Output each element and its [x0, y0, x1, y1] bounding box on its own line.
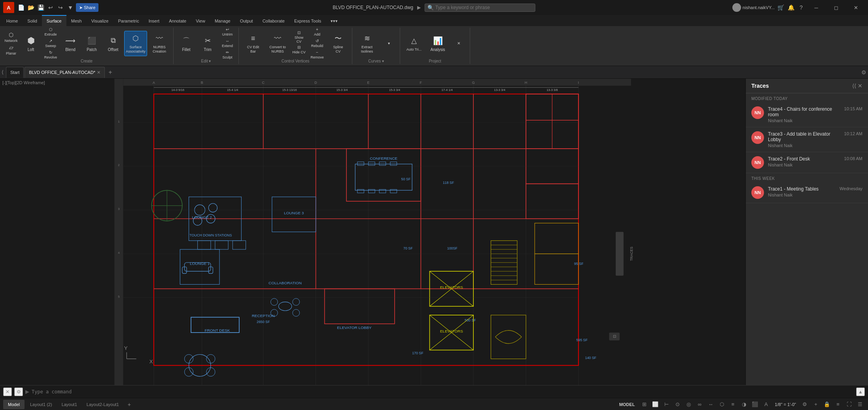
layout-tab-1[interactable]: Layout1 (2): [26, 400, 56, 409]
fillet-button[interactable]: ⌒ Fillet: [176, 31, 197, 56]
traces-collapse-button[interactable]: ⟨⟨: [852, 83, 856, 89]
convert-nurbs-button[interactable]: 〰 Convert toNURBS: [266, 31, 289, 56]
patch-button[interactable]: ⬛ Patch: [81, 31, 102, 56]
tab-settings-icon[interactable]: ⚙: [861, 69, 866, 76]
minimize-button[interactable]: ─: [807, 0, 825, 15]
sculpt-button[interactable]: ✏ Sculpt: [219, 49, 236, 60]
close-button[interactable]: ✕: [847, 0, 865, 15]
polar-icon[interactable]: ⊙: [673, 400, 682, 409]
layout-tab-3[interactable]: Layout2-Layout1: [83, 400, 123, 409]
modified-today-label: MODIFIED TODAY: [746, 93, 868, 102]
canvas-area[interactable]: [-][Top][2D Wireframe] A B C D E F G: [0, 79, 745, 385]
tab-mesh[interactable]: Mesh: [66, 15, 87, 26]
untrim-button[interactable]: ↩ Untrim: [219, 26, 236, 37]
revolve-button[interactable]: ↻ Revolve: [42, 49, 59, 60]
curves-more-button[interactable]: ▾: [380, 38, 397, 49]
surface-associativity-button[interactable]: ⬡ SurfaceAssociativity: [124, 31, 147, 56]
tab-manage[interactable]: Manage: [210, 15, 235, 26]
extrude-button[interactable]: ⬡ Extrude: [42, 26, 59, 37]
loft-button[interactable]: ⬢ Loft: [21, 31, 41, 56]
show-cv-button[interactable]: ⊡ Show CV: [290, 31, 308, 43]
offset-button[interactable]: ⧉ Offset: [103, 31, 123, 56]
layout-tab-2[interactable]: Layout1: [58, 400, 81, 409]
osnap-icon[interactable]: ◎: [684, 400, 693, 409]
tab-express-tools[interactable]: Express Tools: [289, 15, 326, 26]
snap-icon[interactable]: ⬜: [651, 400, 660, 409]
dyn-icon[interactable]: ⬡: [717, 400, 726, 409]
tab-visualize[interactable]: Visualize: [87, 15, 113, 26]
auto-tri-button[interactable]: △ Auto Tri...: [403, 31, 425, 56]
command-input[interactable]: [32, 389, 854, 395]
cmdline-close-button[interactable]: ✕: [3, 387, 12, 396]
undo-button[interactable]: ↩: [46, 3, 55, 12]
tab-start[interactable]: Start: [6, 67, 24, 78]
tab-parametric[interactable]: Parametric: [113, 15, 144, 26]
user-info[interactable]: nishant.naikVY...: [732, 3, 775, 12]
layout-add-button[interactable]: +: [125, 400, 134, 409]
workspace-icon[interactable]: +: [811, 400, 821, 409]
model-tab[interactable]: Model: [3, 400, 25, 409]
open-button[interactable]: 📂: [26, 3, 35, 12]
cv-edit-bar-button[interactable]: ≡ CV EditBar: [241, 31, 265, 56]
planar-button[interactable]: ▱ Planar: [2, 44, 20, 56]
tab-main-file[interactable]: BLVD OFFICE_PLAN-AUTOCAD* ✕: [25, 67, 105, 78]
share-button[interactable]: ➤ Share: [76, 3, 98, 12]
trim-button[interactable]: ✂ Trim: [197, 31, 218, 56]
trace-item-2[interactable]: NN Trace2 - Front Desk Nishant Naik 10:0…: [746, 152, 868, 173]
hide-cv-button[interactable]: ⊟ Hide CV: [290, 44, 308, 56]
maximize-button[interactable]: ◻: [827, 0, 845, 15]
tab-surface[interactable]: Surface: [42, 15, 66, 26]
grid-icon[interactable]: ⊞: [639, 400, 649, 409]
properties-icon[interactable]: ≡: [833, 400, 843, 409]
tab-view[interactable]: View: [191, 15, 210, 26]
blend-button[interactable]: ⟿ Blend: [60, 31, 81, 56]
tab-collaborate[interactable]: Collaborate: [258, 15, 289, 26]
scale-display[interactable]: 1/8" = 1'-0": [772, 402, 798, 407]
lock-icon[interactable]: 🔒: [822, 400, 832, 409]
tab-more[interactable]: ▾▾▾: [326, 15, 342, 26]
tab-add-button[interactable]: +: [106, 68, 115, 77]
fullscreen-icon[interactable]: ⛶: [844, 400, 854, 409]
trace-item-4[interactable]: NN Trace4 - Chairs for conference room N…: [746, 102, 868, 127]
tab-output[interactable]: Output: [235, 15, 258, 26]
tab-home[interactable]: Home: [2, 15, 23, 26]
ducs-icon[interactable]: ↔: [706, 400, 715, 409]
close-ribbon-btn[interactable]: ✕: [450, 38, 467, 49]
dropdown-button[interactable]: ▼: [66, 3, 75, 12]
extend-button[interactable]: ↔ Extend: [219, 38, 236, 49]
analysis-button[interactable]: 📊 Analysis: [426, 31, 449, 56]
add-button[interactable]: + Add: [308, 26, 326, 37]
traces-close-button[interactable]: ✕: [858, 83, 862, 89]
search-input[interactable]: [435, 5, 530, 10]
cart-button[interactable]: 🛒: [776, 3, 785, 12]
rebuild-button[interactable]: ↺ Rebuild: [308, 38, 326, 49]
search-box[interactable]: 🔍: [425, 4, 535, 12]
help-button[interactable]: ?: [797, 3, 806, 12]
tab-close-icon[interactable]: ✕: [97, 70, 100, 75]
network-button[interactable]: ⬡ Network: [2, 31, 20, 43]
redo-button[interactable]: ↪: [56, 3, 65, 12]
nurbs-creation-button[interactable]: 〰 NURBSCreation: [148, 31, 171, 56]
selection-icon[interactable]: ⬛: [750, 400, 760, 409]
statusbar-settings-icon[interactable]: ☰: [855, 400, 865, 409]
cmdline-scroll-up[interactable]: ▲: [856, 387, 865, 396]
tab-insert[interactable]: Insert: [144, 15, 165, 26]
notification-button[interactable]: 🔔: [787, 3, 795, 12]
transparency-icon[interactable]: ◑: [739, 400, 749, 409]
remove-button[interactable]: − Remove: [308, 49, 326, 60]
tab-solid[interactable]: Solid: [23, 15, 42, 26]
new-button[interactable]: 📄: [17, 3, 25, 12]
tab-annotate[interactable]: Annotate: [164, 15, 191, 26]
ortho-icon[interactable]: ⊢: [662, 400, 671, 409]
save-button[interactable]: 💾: [36, 3, 45, 12]
annotate-icon[interactable]: A: [761, 400, 771, 409]
settings-icon[interactable]: ⚙: [800, 400, 809, 409]
otrack-icon[interactable]: ∞: [695, 400, 704, 409]
spline-cv-button[interactable]: 〜 SplineCV: [327, 31, 350, 56]
sweep-button[interactable]: ↗ Sweep: [42, 38, 59, 49]
lweight-icon[interactable]: ≡: [728, 400, 738, 409]
trace-item-3[interactable]: NN Trace3 - Add table in Elevator Lobby …: [746, 127, 868, 152]
extract-isolines-button[interactable]: ≋ ExtractIsolines: [355, 31, 379, 56]
cmdline-settings-button[interactable]: ⚙: [14, 387, 23, 396]
trace-item-1[interactable]: NN Trace1 - Meeting Tables Nishant Naik …: [746, 182, 868, 203]
